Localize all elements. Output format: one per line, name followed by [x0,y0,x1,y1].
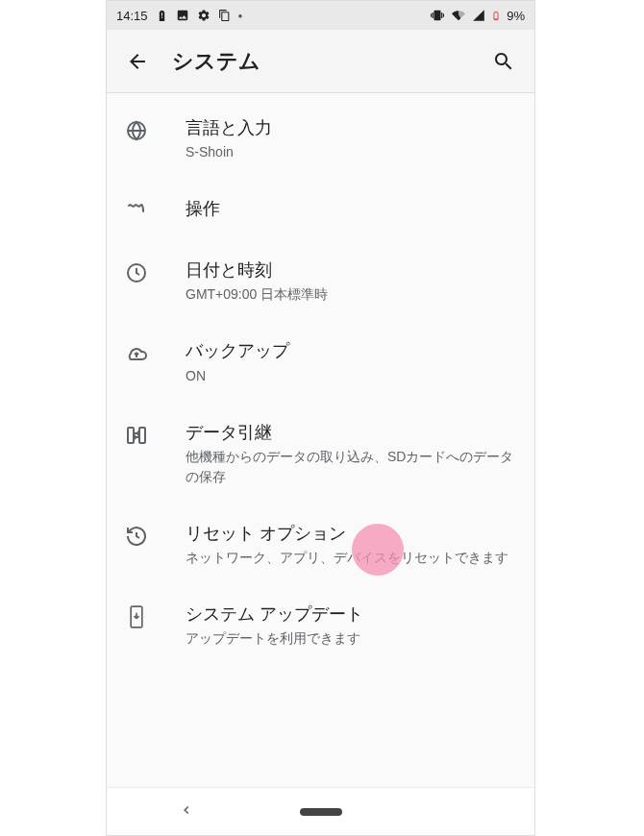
nav-home-pill[interactable] [300,808,342,816]
battery-alert-icon [156,9,168,23]
image-icon [176,9,189,22]
settings-list: 言語と入力 S-Shoin 操作 日付と時刻 G [107,93,534,787]
vibrate-icon [430,9,445,22]
search-icon [492,50,515,73]
item-subtitle: アップデートを利用できます [186,628,517,649]
nav-back-button[interactable] [180,803,193,821]
back-button[interactable] [118,42,157,81]
item-title: バックアップ [186,339,517,363]
signal-icon [472,9,485,22]
svg-rect-0 [495,18,498,19]
status-time: 14:15 [116,9,148,23]
globe-icon [124,118,149,143]
item-subtitle: S-Shoin [186,142,517,162]
item-title: 日付と時刻 [186,258,517,283]
arrow-back-icon [126,50,149,73]
list-item-reset[interactable]: リセット オプション ネットワーク、アプリ、デバイスをリセットできます [107,504,534,585]
cloud-upload-icon [124,341,149,366]
search-button[interactable] [484,42,523,81]
app-bar: システム [107,30,534,93]
list-item-datatransfer[interactable]: データ引継 他機種からのデータの取り込み、SDカードへのデータの保存 [107,404,534,504]
item-subtitle: GMT+09:00 日本標準時 [186,284,517,305]
item-title: データ引継 [186,421,517,445]
item-title: システム アップデート [186,602,517,627]
svg-rect-4 [139,428,145,443]
clock-icon [124,260,149,285]
battery-icon [491,9,501,23]
copy-icon [218,9,231,22]
wifi-icon [451,9,466,22]
item-title: 言語と入力 [186,116,517,140]
list-item-datetime[interactable]: 日付と時刻 GMT+09:00 日本標準時 [107,241,534,322]
list-item-backup[interactable]: バックアップ ON [107,322,534,403]
item-subtitle: ON [186,366,517,386]
status-bar: 14:15 ● [107,1,534,30]
page-title: システム [172,47,260,76]
item-subtitle: 他機種からのデータの取り込み、SDカードへのデータの保存 [186,447,517,487]
item-title: リセット オプション [186,522,517,546]
svg-rect-3 [128,428,134,443]
list-item-update[interactable]: システム アップデート アップデートを利用できます [107,585,534,666]
chevron-left-icon [180,803,193,817]
restore-icon [124,524,149,549]
system-update-icon [124,604,149,629]
list-item-language[interactable]: 言語と入力 S-Shoin [107,99,534,180]
gesture-icon [124,199,149,224]
navigation-bar [107,787,534,835]
item-subtitle: ネットワーク、アプリ、デバイスをリセットできます [186,548,517,568]
list-item-gestures[interactable]: 操作 [107,180,534,241]
transfer-icon [124,423,149,448]
battery-percent: 9% [507,9,525,23]
dot-icon: ● [238,12,243,20]
item-title: 操作 [186,197,517,221]
gear-icon [197,9,211,22]
